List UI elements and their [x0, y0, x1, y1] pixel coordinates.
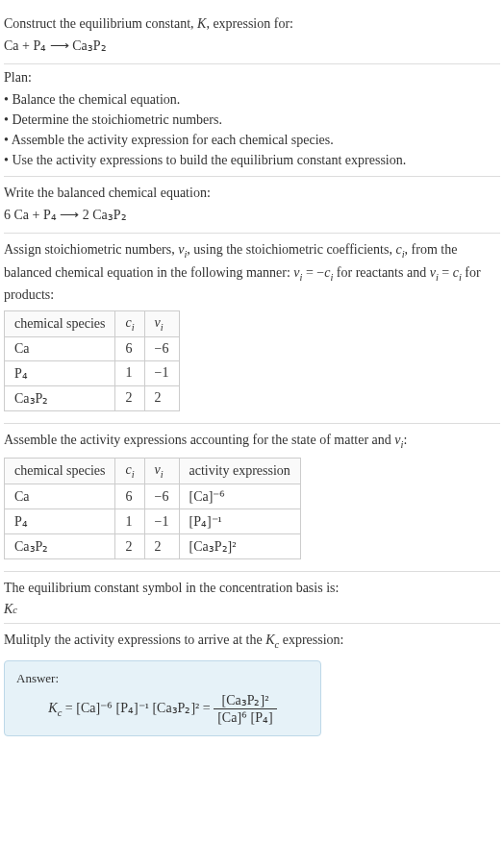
activity-section: Assemble the activity expressions accoun… — [4, 424, 500, 572]
assign-text-d: for reactants and — [333, 265, 429, 280]
k-letter: K — [4, 602, 13, 617]
header-nui: νi — [144, 459, 179, 484]
sub-i: i — [132, 469, 135, 480]
k-letter: K — [48, 701, 57, 715]
sub-i: i — [161, 469, 164, 480]
table-row: Ca₃P₂ 2 2 [Ca₃P₂]² — [5, 534, 301, 559]
kc-text: The equilibrium constant symbol in the c… — [4, 578, 500, 598]
activity-text-a: Assemble the activity expressions accoun… — [4, 433, 394, 447]
cell-activity: [Ca₃P₂]² — [179, 534, 300, 559]
header-ci: ci — [115, 459, 144, 484]
table-row: Ca₃P₂ 2 2 — [5, 385, 180, 410]
cell-ci: 6 — [115, 336, 144, 360]
cell-ci: 6 — [115, 484, 144, 509]
cell-nui: 2 — [144, 385, 179, 410]
balanced-equation: 6 Ca + P₄ ⟶ 2 Ca₃P₂ — [4, 207, 500, 223]
cell-ci: 2 — [115, 385, 144, 410]
assign-text: Assign stoichiometric numbers, νi, using… — [4, 239, 500, 305]
fraction-denominator: [Ca]⁶ [P₄] — [214, 709, 277, 726]
table-row: P₄ 1 −1 [P₄]⁻¹ — [5, 509, 301, 534]
cell-species: Ca — [5, 336, 115, 360]
cell-nui: −6 — [144, 484, 179, 509]
header-ci: ci — [115, 311, 144, 337]
answer-box: Answer: Kc = [Ca]⁻⁶ [P₄]⁻¹ [Ca₃P₂]² = [C… — [4, 660, 321, 736]
plan-section: Plan: • Balance the chemical equation. •… — [4, 64, 500, 177]
answer-eq1: = [Ca]⁻⁶ [P₄]⁻¹ [Ca₃P₂]² = — [62, 701, 214, 715]
cell-species: Ca — [5, 484, 115, 509]
answer-fraction: [Ca₃P₂]²[Ca]⁶ [P₄] — [214, 692, 277, 726]
c-sub: c — [13, 605, 17, 615]
plan-title: Plan: — [4, 70, 500, 86]
cell-ci: 1 — [115, 360, 144, 385]
header-species: chemical species — [5, 459, 115, 484]
unbalanced-equation: Ca + P₄ ⟶ Ca₃P₂ — [4, 37, 500, 54]
header-nui: νi — [144, 311, 179, 337]
answer-expression: Kc = [Ca]⁻⁶ [P₄]⁻¹ [Ca₃P₂]² = [Ca₃P₂]²[C… — [16, 692, 309, 726]
prompt-prefix: Construct the equilibrium constant, — [4, 16, 197, 31]
cell-activity: [P₄]⁻¹ — [179, 509, 300, 534]
k-symbol: K — [197, 16, 206, 31]
cell-species: P₄ — [5, 360, 115, 385]
sub-i: i — [132, 322, 135, 333]
table-header-row: chemical species ci νi — [5, 311, 180, 337]
cell-activity: [Ca]⁻⁶ — [179, 484, 300, 509]
cell-ci: 1 — [115, 509, 144, 534]
cell-species: P₄ — [5, 509, 115, 534]
balanced-instruction: Write the balanced chemical equation: — [4, 183, 500, 203]
cell-species: Ca₃P₂ — [5, 534, 115, 559]
table-header-row: chemical species ci νi activity expressi… — [5, 459, 301, 484]
multiply-text-b: expression: — [279, 632, 343, 647]
prompt-line: Construct the equilibrium constant, K, e… — [4, 13, 500, 34]
cell-nui: −6 — [144, 336, 179, 360]
cell-nui: 2 — [144, 534, 179, 559]
rel-eq2: = — [439, 265, 453, 280]
cell-ci: 2 — [115, 534, 144, 559]
balanced-section: Write the balanced chemical equation: 6 … — [4, 177, 500, 234]
fraction-numerator: [Ca₃P₂]² — [214, 692, 277, 709]
kc-symbol-section: The equilibrium constant symbol in the c… — [4, 572, 500, 624]
table-row: P₄ 1 −1 — [5, 360, 180, 385]
multiply-text-a: Mulitply the activity expressions to arr… — [4, 632, 265, 647]
table-row: Ca 6 −6 — [5, 336, 180, 360]
answer-label: Answer: — [16, 671, 309, 686]
stoichiometric-table: chemical species ci νi Ca 6 −6 P₄ 1 −1 C… — [4, 310, 180, 411]
plan-item: • Determine the stoichiometric numbers. — [4, 110, 500, 130]
answer-section: Mulitply the activity expressions to arr… — [4, 624, 500, 742]
plan-item: • Use the activity expressions to build … — [4, 150, 500, 170]
activity-table: chemical species ci νi activity expressi… — [4, 458, 301, 559]
cell-nui: −1 — [144, 509, 179, 534]
cell-species: Ca₃P₂ — [5, 385, 115, 410]
assign-section: Assign stoichiometric numbers, νi, using… — [4, 234, 500, 424]
activity-text-b: : — [403, 433, 407, 447]
intro-section: Construct the equilibrium constant, K, e… — [4, 8, 500, 64]
prompt-suffix: , expression for: — [206, 16, 293, 31]
multiply-text: Mulitply the activity expressions to arr… — [4, 630, 500, 653]
table-row: Ca 6 −6 [Ca]⁻⁶ — [5, 484, 301, 509]
rel-eq: = − — [302, 265, 324, 280]
kc-symbol: Kc — [4, 602, 500, 617]
assign-text-b: , using the stoichiometric coefficients, — [187, 242, 395, 257]
plan-item: • Assemble the activity expression for e… — [4, 130, 500, 150]
header-activity: activity expression — [179, 459, 300, 484]
plan-item: • Balance the chemical equation. — [4, 89, 500, 110]
header-species: chemical species — [5, 311, 115, 337]
k-letter: K — [265, 632, 274, 647]
sub-i: i — [161, 322, 164, 333]
cell-nui: −1 — [144, 360, 179, 385]
activity-text: Assemble the activity expressions accoun… — [4, 430, 500, 453]
assign-text-a: Assign stoichiometric numbers, — [4, 242, 178, 257]
